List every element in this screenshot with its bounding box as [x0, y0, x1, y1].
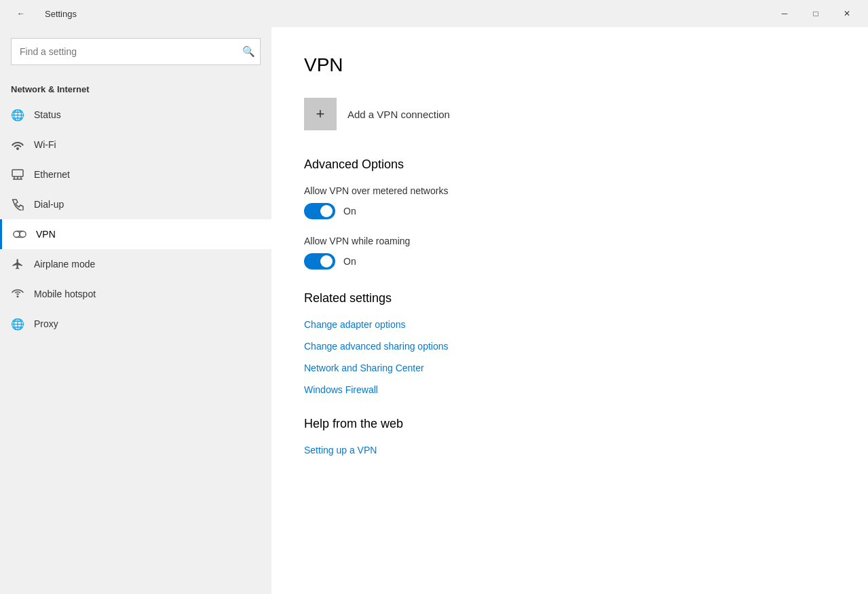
svg-rect-0 [12, 170, 23, 177]
link-setting-up-vpn[interactable]: Setting up a VPN [304, 445, 835, 456]
back-button[interactable]: ← [5, 0, 37, 27]
window-controls: ─ □ ✕ [769, 0, 863, 27]
dialup-icon [11, 198, 24, 211]
help-from-web-title: Help from the web [304, 417, 835, 431]
minimize-button[interactable]: ─ [769, 0, 800, 27]
related-settings-title: Related settings [304, 291, 835, 305]
sidebar-item-vpn[interactable]: VPN [0, 219, 271, 249]
vpn-metered-toggle[interactable] [304, 203, 335, 219]
add-vpn-button[interactable]: + Add a VPN connection [304, 98, 835, 130]
airplane-icon [11, 257, 24, 271]
back-icon: ← [17, 9, 25, 18]
vpn-metered-status: On [343, 206, 356, 217]
sidebar: 🔍 Network & Internet 🌐 Status Wi-Fi [0, 27, 271, 594]
sidebar-item-wifi[interactable]: Wi-Fi [0, 130, 271, 160]
add-vpn-label: Add a VPN connection [347, 109, 450, 120]
sidebar-label-hotspot: Mobile hotspot [34, 289, 96, 299]
sidebar-label-airplane: Airplane mode [34, 259, 95, 270]
vpn-icon [13, 227, 26, 241]
vpn-roaming-toggle[interactable] [304, 253, 335, 270]
vpn-roaming-status: On [343, 256, 356, 267]
plus-icon: + [316, 105, 325, 123]
link-windows-firewall[interactable]: Windows Firewall [304, 384, 835, 395]
link-network-sharing-center[interactable]: Network and Sharing Center [304, 363, 835, 373]
hotspot-icon [11, 287, 24, 301]
sidebar-label-ethernet: Ethernet [34, 169, 70, 180]
add-vpn-icon: + [304, 98, 337, 130]
help-from-web-section: Help from the web Setting up a VPN [304, 417, 835, 456]
sidebar-label-dialup: Dial-up [34, 199, 64, 210]
sidebar-item-status[interactable]: 🌐 Status [0, 100, 271, 130]
search-box: 🔍 [11, 38, 261, 65]
title-bar-left: ← Settings [5, 0, 77, 27]
sidebar-section-title: Network & Internet [0, 79, 271, 100]
search-icon[interactable]: 🔍 [242, 45, 255, 58]
vpn-metered-toggle-row: On [304, 203, 835, 219]
status-icon: 🌐 [11, 108, 24, 122]
vpn-metered-label: Allow VPN over metered networks [304, 185, 835, 196]
search-input[interactable] [11, 38, 261, 65]
vpn-roaming-toggle-row: On [304, 253, 835, 270]
app-body: 🔍 Network & Internet 🌐 Status Wi-Fi [0, 27, 868, 594]
ethernet-icon [11, 168, 24, 181]
content-area: VPN + Add a VPN connection Advanced Opti… [271, 27, 868, 594]
app-title: Settings [45, 9, 77, 19]
wifi-icon [11, 138, 24, 151]
svg-point-5 [14, 231, 20, 237]
svg-point-6 [20, 231, 26, 237]
close-button[interactable]: ✕ [831, 0, 863, 27]
proxy-icon: 🌐 [11, 317, 24, 331]
sidebar-item-dialup[interactable]: Dial-up [0, 189, 271, 219]
sidebar-label-wifi: Wi-Fi [34, 139, 56, 150]
link-change-adapter[interactable]: Change adapter options [304, 319, 835, 330]
sidebar-item-hotspot[interactable]: Mobile hotspot [0, 279, 271, 309]
sidebar-item-ethernet[interactable]: Ethernet [0, 160, 271, 189]
advanced-options-section: Advanced Options Allow VPN over metered … [304, 157, 835, 270]
sidebar-label-proxy: Proxy [34, 318, 58, 329]
vpn-roaming-label: Allow VPN while roaming [304, 236, 835, 246]
sidebar-item-airplane[interactable]: Airplane mode [0, 249, 271, 279]
sidebar-item-proxy[interactable]: 🌐 Proxy [0, 309, 271, 339]
sidebar-label-status: Status [34, 109, 61, 120]
advanced-options-title: Advanced Options [304, 157, 835, 172]
related-settings-section: Related settings Change adapter options … [304, 291, 835, 395]
link-change-sharing[interactable]: Change advanced sharing options [304, 341, 835, 352]
maximize-button[interactable]: □ [800, 0, 831, 27]
title-bar: ← Settings ─ □ ✕ [0, 0, 868, 27]
page-title: VPN [304, 54, 835, 76]
sidebar-label-vpn: VPN [36, 229, 56, 240]
